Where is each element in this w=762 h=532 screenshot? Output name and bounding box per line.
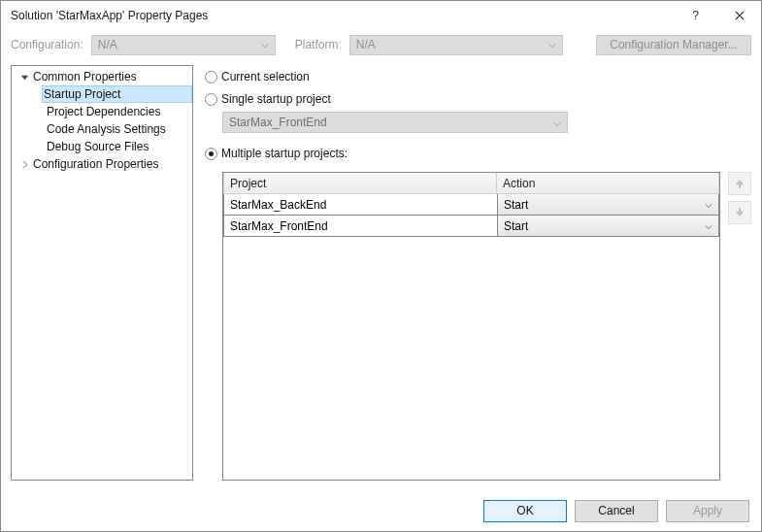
grid-row[interactable]: StarMax_BackEnd Start bbox=[223, 194, 719, 216]
chevron-down-icon bbox=[548, 39, 556, 52]
radio-icon bbox=[205, 148, 217, 160]
tree-label: Debug Source Files bbox=[47, 140, 149, 153]
single-startup-project-value: StarMax_FrontEnd bbox=[229, 116, 327, 129]
properties-tree: Common Properties Startup Project Projec… bbox=[12, 68, 192, 173]
expand-collapse-icon[interactable] bbox=[17, 157, 31, 171]
tree-item-debug-source-files[interactable]: Debug Source Files bbox=[43, 138, 192, 155]
radio-icon bbox=[205, 71, 217, 83]
content-panel: Current selection Single startup project… bbox=[205, 65, 751, 481]
tree-label: Startup Project bbox=[44, 87, 120, 101]
radio-icon bbox=[205, 93, 217, 106]
help-button[interactable]: ? bbox=[674, 1, 717, 30]
cancel-button[interactable]: Cancel bbox=[575, 500, 658, 522]
close-icon bbox=[735, 11, 745, 20]
configuration-label: Configuration: bbox=[11, 38, 83, 51]
chevron-down-icon bbox=[553, 117, 561, 131]
platform-value: N/A bbox=[356, 38, 376, 51]
toolbar: Configuration: N/A Platform: N/A Configu… bbox=[1, 30, 761, 59]
configuration-value: N/A bbox=[98, 38, 117, 51]
platform-label: Platform: bbox=[295, 38, 342, 51]
radio-label: Current selection bbox=[221, 70, 310, 83]
radio-multiple-startup[interactable]: Multiple startup projects: bbox=[205, 144, 751, 163]
apply-button[interactable]: Apply bbox=[666, 500, 749, 522]
cell-action-combo[interactable]: Start bbox=[497, 216, 719, 237]
radio-single-startup[interactable]: Single startup project bbox=[205, 89, 751, 109]
tree-label: Common Properties bbox=[33, 70, 137, 83]
configuration-combo: N/A bbox=[91, 35, 276, 55]
main-area: Common Properties Startup Project Projec… bbox=[1, 59, 761, 490]
grid-area: Project Action StarMax_BackEnd Start Sta… bbox=[205, 172, 751, 481]
chevron-down-icon bbox=[705, 220, 712, 234]
move-up-button[interactable] bbox=[728, 172, 751, 195]
close-button[interactable] bbox=[717, 1, 761, 30]
grid-row[interactable]: StarMax_FrontEnd Start bbox=[223, 216, 719, 237]
grid-header: Project Action bbox=[223, 173, 719, 194]
title-bar: Solution 'StarMaxApp' Property Pages ? bbox=[1, 1, 761, 30]
cell-project: StarMax_BackEnd bbox=[223, 194, 497, 216]
configuration-manager-button: Configuration Manager... bbox=[596, 35, 751, 55]
chevron-down-icon bbox=[261, 39, 269, 52]
arrow-up-icon bbox=[734, 178, 745, 189]
single-startup-project-combo: StarMax_FrontEnd bbox=[222, 112, 568, 133]
col-header-project[interactable]: Project bbox=[223, 173, 497, 194]
startup-projects-grid: Project Action StarMax_BackEnd Start Sta… bbox=[222, 172, 720, 481]
window-title: Solution 'StarMaxApp' Property Pages bbox=[11, 9, 674, 22]
move-down-button[interactable] bbox=[728, 201, 751, 224]
ok-button[interactable]: OK bbox=[483, 500, 567, 522]
cell-action-combo[interactable]: Start bbox=[497, 194, 719, 216]
platform-combo: N/A bbox=[349, 35, 563, 55]
dialog-button-bar: OK Cancel Apply bbox=[1, 490, 761, 531]
grid-empty-area bbox=[223, 237, 719, 480]
radio-label: Multiple startup projects: bbox=[221, 147, 348, 160]
tree-label: Project Dependencies bbox=[47, 105, 160, 118]
tree-label: Code Analysis Settings bbox=[47, 122, 166, 136]
chevron-down-icon bbox=[705, 199, 712, 213]
tree-item-startup-project[interactable]: Startup Project bbox=[42, 85, 192, 103]
col-header-action[interactable]: Action bbox=[497, 173, 719, 194]
tree-item-code-analysis-settings[interactable]: Code Analysis Settings bbox=[43, 120, 192, 138]
tree-item-configuration-properties[interactable]: Configuration Properties bbox=[14, 155, 192, 173]
tree-item-project-dependencies[interactable]: Project Dependencies bbox=[43, 103, 192, 120]
radio-current-selection[interactable]: Current selection bbox=[205, 67, 751, 86]
cell-action-value: Start bbox=[504, 198, 528, 212]
cell-action-value: Start bbox=[504, 219, 528, 233]
expand-collapse-icon[interactable] bbox=[17, 70, 31, 83]
radio-label: Single startup project bbox=[221, 92, 331, 106]
tree-panel: Common Properties Startup Project Projec… bbox=[11, 65, 193, 481]
cell-project: StarMax_FrontEnd bbox=[223, 216, 497, 237]
arrow-down-icon bbox=[734, 207, 745, 218]
tree-label: Configuration Properties bbox=[33, 157, 158, 171]
reorder-buttons bbox=[728, 172, 751, 481]
tree-item-common-properties[interactable]: Common Properties bbox=[14, 68, 192, 85]
